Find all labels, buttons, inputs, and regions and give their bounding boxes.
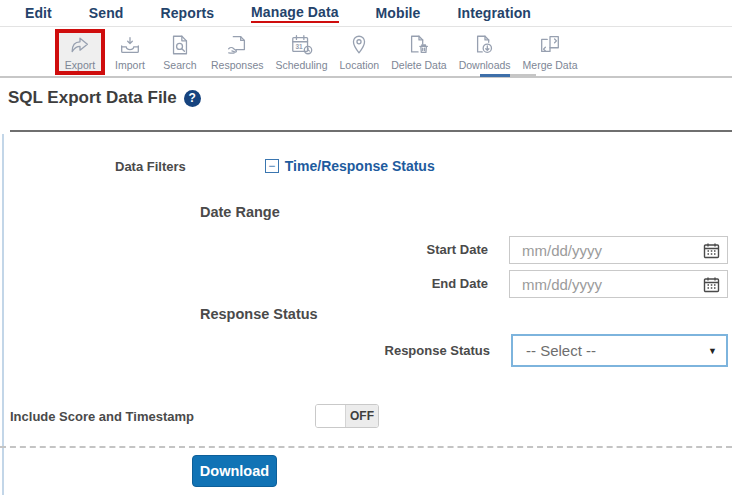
scheduling-icon: 31 <box>290 32 314 58</box>
downloads-icon <box>473 32 497 58</box>
chevron-down-icon: ▼ <box>708 346 717 356</box>
toggle-knob <box>316 405 346 427</box>
toolbar-scrollbar-track <box>480 74 536 77</box>
toolbar-item-import[interactable]: Import <box>105 28 155 71</box>
help-icon[interactable]: ? <box>184 90 201 107</box>
toolbar-item-label: Responses <box>211 59 264 71</box>
include-score-label: Include Score and Timestamp <box>10 409 194 424</box>
svg-text:31: 31 <box>295 43 303 50</box>
calendar-icon[interactable] <box>703 242 720 259</box>
collapse-minus-icon[interactable]: − <box>265 159 279 173</box>
response-status-heading: Response Status <box>200 306 318 322</box>
start-date-label: Start Date <box>380 236 488 264</box>
panel-left-border <box>2 134 4 495</box>
toolbar-item-label: Search <box>163 59 196 71</box>
toolbar-item-label: Import <box>115 59 145 71</box>
include-score-toggle[interactable]: OFF <box>315 404 379 428</box>
toolbar-scrollbar-thumb[interactable] <box>480 74 510 77</box>
title-row: SQL Export Data File ? <box>8 88 201 108</box>
response-status-label: Response Status <box>358 334 490 367</box>
toolbar-item-search[interactable]: Search <box>155 28 205 71</box>
responses-icon <box>225 32 249 58</box>
manage-data-toolbar: Export Import Search Responses 31 Schedu… <box>0 28 732 78</box>
selected-value: -- Select -- <box>513 342 596 359</box>
location-icon <box>347 32 371 58</box>
toggle-state-label: OFF <box>346 405 378 427</box>
response-status-select[interactable]: -- Select -- ▼ <box>511 334 728 367</box>
end-date-field <box>509 270 728 298</box>
download-button[interactable]: Download <box>192 455 277 487</box>
nav-item-integration[interactable]: Integration <box>458 5 531 21</box>
toolbar-item-label: Delete Data <box>391 59 446 71</box>
nav-item-mobile[interactable]: Mobile <box>376 5 421 21</box>
toolbar-item-downloads[interactable]: Downloads <box>453 28 517 71</box>
toolbar-item-label: Downloads <box>459 59 511 71</box>
toolbar-item-delete-data[interactable]: Delete Data <box>385 28 452 71</box>
toolbar-item-merge-data[interactable]: Merge Data <box>517 28 584 71</box>
delete-data-icon <box>407 32 431 58</box>
start-date-input[interactable] <box>510 237 727 263</box>
toolbar-item-label: Location <box>340 59 380 71</box>
export-icon <box>68 34 92 58</box>
end-date-label: End Date <box>380 270 488 298</box>
top-nav: Edit Send Reports Manage Data Mobile Int… <box>0 0 732 27</box>
toolbar-item-label: Scheduling <box>276 59 328 71</box>
toolbar-item-export[interactable]: Export <box>55 29 105 75</box>
start-date-field <box>509 236 728 264</box>
toolbar-item-responses[interactable]: Responses <box>205 28 270 71</box>
toolbar-item-location[interactable]: Location <box>334 28 386 71</box>
import-icon <box>118 32 142 58</box>
end-date-input[interactable] <box>510 271 727 297</box>
calendar-icon[interactable] <box>703 276 720 293</box>
nav-item-reports[interactable]: Reports <box>160 5 214 21</box>
data-filters-label: Data Filters <box>115 159 186 174</box>
include-score-row: Include Score and Timestamp OFF <box>10 404 379 428</box>
merge-data-icon <box>538 32 562 58</box>
nav-item-edit[interactable]: Edit <box>25 5 52 21</box>
nav-item-manage-data[interactable]: Manage Data <box>251 4 338 23</box>
toolbar-item-label: Merge Data <box>523 59 578 71</box>
nav-item-send[interactable]: Send <box>89 5 124 21</box>
date-range-heading: Date Range <box>200 204 280 220</box>
title-divider <box>10 130 732 132</box>
search-icon <box>168 32 192 58</box>
page-title: SQL Export Data File <box>8 88 177 108</box>
toolbar-item-label: Export <box>65 59 95 71</box>
time-response-status-link[interactable]: Time/Response Status <box>285 158 435 174</box>
sql-export-page: Edit Send Reports Manage Data Mobile Int… <box>0 0 732 495</box>
footer-divider <box>0 446 732 448</box>
toolbar-item-scheduling[interactable]: 31 Scheduling <box>270 28 334 71</box>
data-filters-row: Data Filters − Time/Response Status <box>115 158 435 174</box>
